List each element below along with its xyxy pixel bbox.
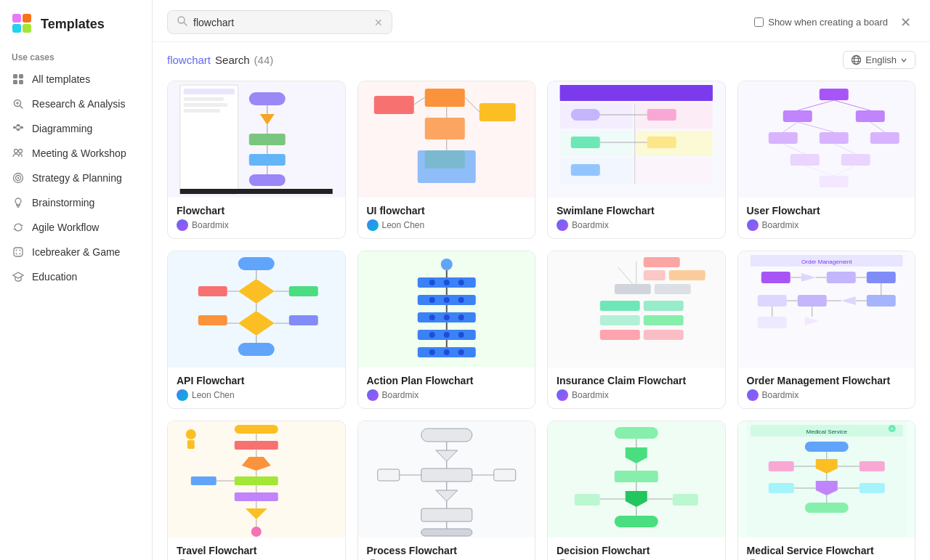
- search-input[interactable]: [193, 17, 368, 28]
- svg-rect-200: [421, 529, 472, 536]
- sidebar-label: Meeting & Workshop: [32, 147, 126, 159]
- svg-rect-39: [184, 89, 235, 94]
- breadcrumb-flowchart-link[interactable]: flowchart: [167, 54, 211, 66]
- close-button[interactable]: ✕: [895, 12, 915, 33]
- template-card-swimlane[interactable]: Swimlane Flowchart Boardmix: [547, 81, 726, 239]
- svg-rect-142: [615, 284, 651, 294]
- svg-rect-160: [866, 272, 895, 283]
- svg-line-97: [833, 166, 855, 176]
- svg-rect-55: [424, 118, 464, 139]
- sidebar-item-meeting[interactable]: Meeting & Workshop: [0, 141, 152, 166]
- author-avatar: [367, 219, 379, 231]
- show-when-creating-label[interactable]: Show when creating a board: [754, 17, 888, 28]
- svg-point-136: [429, 349, 434, 355]
- svg-point-188: [186, 429, 196, 439]
- sidebar: Templates Use cases All templates: [0, 0, 153, 560]
- sidebar-item-icebreaker[interactable]: Icebreaker & Game: [0, 240, 152, 264]
- card-title: API Flowchart: [177, 375, 336, 386]
- svg-line-92: [797, 122, 833, 132]
- svg-rect-1: [23, 14, 31, 23]
- card-preview: [168, 251, 345, 368]
- svg-rect-14: [17, 129, 20, 131]
- template-card-api-flowchart[interactable]: API Flowchart Leon Chen: [167, 251, 346, 409]
- svg-line-96: [804, 166, 833, 176]
- svg-rect-58: [417, 150, 475, 183]
- svg-rect-227: [768, 461, 793, 471]
- svg-marker-211: [626, 491, 647, 507]
- card-preview: [548, 421, 725, 537]
- svg-rect-84: [819, 132, 848, 144]
- template-card-travel[interactable]: Travel Flowchart Boardmix: [167, 421, 346, 560]
- card-preview: [358, 81, 535, 198]
- svg-rect-51: [249, 174, 286, 186]
- results-header: flowchart Search (44) English: [153, 42, 930, 75]
- template-card-order-mgmt[interactable]: Order Management: [737, 251, 916, 409]
- card-author: Leon Chen: [367, 219, 527, 231]
- template-card-process[interactable]: Process Flowchart Boardmix: [357, 421, 536, 560]
- svg-line-90: [833, 100, 870, 110]
- svg-rect-179: [235, 476, 278, 485]
- sidebar-item-agile[interactable]: Agile Workflow: [0, 215, 152, 240]
- svg-rect-41: [184, 103, 227, 107]
- template-card-user-flowchart[interactable]: User Flowchart Boardmix: [737, 81, 916, 239]
- sidebar-item-all-templates[interactable]: All templates: [0, 67, 152, 92]
- meeting-icon: [12, 147, 25, 160]
- template-card-ui-flowchart[interactable]: UI flowchart Leon Chen: [357, 81, 536, 239]
- card-preview: Order Management: [738, 251, 915, 368]
- svg-line-33: [184, 23, 187, 25]
- author-avatar: [557, 219, 568, 231]
- show-when-creating-checkbox[interactable]: [754, 17, 764, 27]
- sidebar-item-diagramming[interactable]: Diagramming: [0, 116, 152, 141]
- svg-rect-4: [13, 74, 17, 78]
- svg-rect-74: [571, 137, 600, 148]
- svg-point-20: [15, 150, 18, 153]
- svg-line-16: [16, 126, 17, 128]
- template-card-medical[interactable]: Medical Service +: [737, 421, 916, 560]
- svg-rect-173: [235, 425, 278, 434]
- svg-rect-170: [757, 317, 786, 328]
- sidebar-item-brainstorming[interactable]: Brainstorming: [0, 190, 152, 215]
- svg-rect-140: [669, 270, 705, 280]
- author-name: Boardmix: [762, 390, 799, 400]
- svg-rect-190: [421, 429, 472, 442]
- card-info: UI flowchart Leon Chen: [358, 198, 535, 238]
- template-card-action-plan[interactable]: Action Plan Flowchart Boardmix: [357, 251, 536, 409]
- svg-rect-56: [479, 103, 515, 121]
- template-card-decision[interactable]: Decision Flowchart Boardmix: [547, 421, 726, 560]
- research-icon: [12, 97, 25, 110]
- svg-point-127: [443, 315, 449, 320]
- card-author: Boardmix: [557, 389, 716, 401]
- sidebar-item-education[interactable]: Education: [0, 264, 152, 289]
- card-info: Process Flowchart Boardmix: [358, 537, 535, 560]
- svg-point-138: [458, 349, 464, 355]
- svg-point-35: [854, 56, 859, 65]
- svg-rect-189: [187, 440, 195, 449]
- svg-rect-183: [235, 492, 278, 501]
- main-content: ✕ Show when creating a board ✕ flowchart…: [153, 0, 930, 560]
- svg-rect-76: [571, 164, 600, 176]
- results-count: (44): [254, 54, 274, 66]
- sidebar-item-strategy[interactable]: Strategy & Planning: [0, 166, 152, 190]
- clear-search-icon[interactable]: ✕: [374, 17, 383, 28]
- template-card-insurance[interactable]: Insurance Claim Flowchart Boardmix: [547, 251, 726, 409]
- author-name: Leon Chen: [382, 220, 425, 230]
- svg-marker-100: [238, 311, 275, 336]
- svg-line-18: [20, 126, 20, 128]
- template-card-flowchart[interactable]: Flowchart Boardmix: [167, 81, 346, 239]
- svg-rect-81: [783, 110, 812, 122]
- author-avatar: [557, 389, 568, 401]
- svg-point-132: [443, 332, 449, 338]
- svg-line-60: [464, 97, 479, 112]
- author-name: Leon Chen: [192, 390, 235, 400]
- search-bar[interactable]: ✕: [167, 10, 392, 34]
- language-selector[interactable]: English: [843, 51, 915, 69]
- svg-point-24: [17, 177, 19, 179]
- svg-rect-73: [647, 109, 676, 121]
- svg-line-59: [413, 97, 424, 105]
- svg-rect-162: [866, 295, 895, 307]
- svg-point-28: [16, 250, 17, 251]
- card-preview: Medical Service +: [738, 421, 915, 537]
- svg-point-29: [20, 250, 21, 251]
- svg-line-17: [16, 128, 17, 130]
- sidebar-item-research[interactable]: Research & Analysis: [0, 92, 152, 116]
